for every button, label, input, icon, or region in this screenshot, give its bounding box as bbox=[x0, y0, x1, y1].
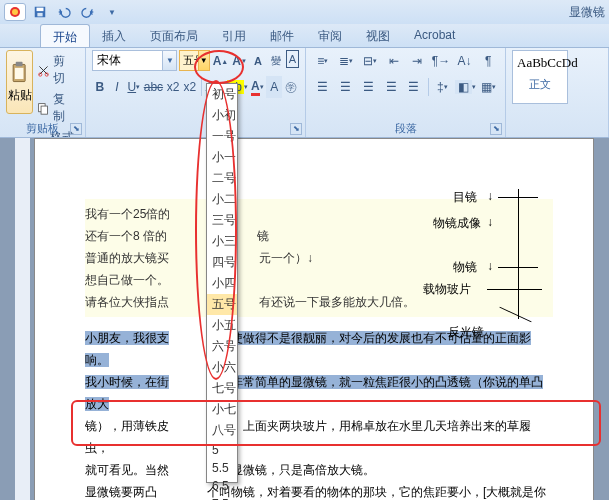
align-left-button[interactable]: ☰ bbox=[312, 76, 334, 98]
vertical-ruler bbox=[15, 138, 30, 500]
chevron-down-icon[interactable]: ▼ bbox=[162, 51, 176, 70]
show-marks-button[interactable]: ¶ bbox=[477, 50, 499, 72]
borders-button[interactable]: ▦▾ bbox=[477, 76, 499, 98]
font-size-option[interactable]: 小六 bbox=[207, 357, 237, 378]
group-font: 宋体 ▼ 五号 ▼ A▲ A▼ A 變 A B I U▾ abc x2 x2 A… bbox=[86, 48, 306, 137]
italic-button[interactable]: I bbox=[109, 76, 125, 98]
distribute-button[interactable]: ☰ bbox=[403, 76, 425, 98]
superscript-button[interactable]: x2 bbox=[182, 76, 198, 98]
svg-rect-7 bbox=[14, 67, 23, 78]
qat-save-icon[interactable] bbox=[29, 3, 51, 21]
font-size-option[interactable]: 小七 bbox=[207, 399, 237, 420]
group-paragraph: ≡▾ ≣▾ ⊟▾ ⇤ ⇥ ¶→ A↓ ¶ ☰ ☰ ☰ ☰ ☰ ‡▾ ◧▾ ▦▾ … bbox=[306, 48, 506, 137]
title-text: 显微镜 bbox=[569, 4, 605, 21]
enclose-char-button[interactable]: ㊫ bbox=[283, 76, 299, 98]
shrink-font-button[interactable]: A▼ bbox=[231, 50, 248, 72]
paragraph-launcher-icon[interactable]: ⬊ bbox=[490, 123, 502, 135]
font-color-button[interactable]: A▾ bbox=[249, 76, 265, 98]
char-shading-button[interactable]: A bbox=[266, 76, 282, 98]
group-styles: AaBbCcDd 正文 bbox=[506, 48, 609, 137]
ribbon-tabs: 开始 插入 页面布局 引用 邮件 审阅 视图 Acrobat bbox=[0, 24, 609, 48]
svg-rect-3 bbox=[37, 8, 44, 12]
svg-rect-4 bbox=[37, 13, 42, 17]
font-size-option[interactable]: 八号 bbox=[207, 420, 237, 441]
tab-home[interactable]: 开始 bbox=[40, 24, 90, 47]
multilevel-button[interactable]: ⊟▾ bbox=[359, 50, 381, 72]
increase-indent-button[interactable]: ⇥ bbox=[407, 50, 429, 72]
svg-point-1 bbox=[12, 9, 18, 15]
font-size-option[interactable]: 5 bbox=[207, 441, 237, 459]
font-size-option[interactable]: 小一 bbox=[207, 147, 237, 168]
font-size-option[interactable]: 五号 bbox=[207, 294, 237, 315]
office-button[interactable] bbox=[4, 3, 26, 21]
line-spacing-button[interactable]: ‡▾ bbox=[432, 76, 454, 98]
paste-button[interactable]: 粘贴 bbox=[6, 50, 33, 114]
page-content[interactable]: 我有一个25倍的 还有一个8 倍的镜 普通的放大镜买元一个）↓ 想自己做一个。 … bbox=[35, 139, 593, 500]
font-size-option[interactable]: 初号 bbox=[207, 84, 237, 105]
char-border-button[interactable]: A bbox=[286, 50, 299, 68]
font-size-option[interactable]: 四号 bbox=[207, 252, 237, 273]
paste-label: 粘贴 bbox=[8, 87, 32, 104]
tab-references[interactable]: 引用 bbox=[210, 24, 258, 47]
font-size-option[interactable]: 小五 bbox=[207, 315, 237, 336]
clear-format-button[interactable]: A bbox=[250, 50, 266, 72]
style-sample: AaBbCcDd bbox=[517, 55, 563, 71]
grow-font-button[interactable]: A▲ bbox=[212, 50, 230, 72]
style-name: 正文 bbox=[517, 77, 563, 92]
underline-button[interactable]: U▾ bbox=[126, 76, 142, 98]
tab-layout[interactable]: 页面布局 bbox=[138, 24, 210, 47]
decrease-indent-button[interactable]: ⇤ bbox=[383, 50, 405, 72]
page: 我有一个25倍的 还有一个8 倍的镜 普通的放大镜买元一个）↓ 想自己做一个。 … bbox=[34, 138, 594, 500]
subscript-button[interactable]: x2 bbox=[165, 76, 181, 98]
font-size-option[interactable]: 小初 bbox=[207, 105, 237, 126]
phonetic-button[interactable]: 變 bbox=[268, 50, 284, 72]
align-center-button[interactable]: ☰ bbox=[335, 76, 357, 98]
font-name-value: 宋体 bbox=[97, 52, 121, 69]
document-viewport: 我有一个25倍的 还有一个8 倍的镜 普通的放大镜买元一个）↓ 想自己做一个。 … bbox=[0, 138, 609, 500]
font-size-option[interactable]: 5.5 bbox=[207, 459, 237, 477]
font-size-option[interactable]: 小四 bbox=[207, 273, 237, 294]
font-name-combo[interactable]: 宋体 ▼ bbox=[92, 50, 177, 71]
font-size-option[interactable]: 三号 bbox=[207, 210, 237, 231]
shading-button[interactable]: ◧▾ bbox=[454, 76, 476, 98]
title-bar: ▼ 显微镜 bbox=[0, 0, 609, 24]
font-size-option[interactable]: 小三 bbox=[207, 231, 237, 252]
font-size-combo[interactable]: 五号 ▼ bbox=[179, 50, 209, 71]
svg-rect-6 bbox=[15, 61, 22, 65]
font-size-option[interactable]: 六号 bbox=[207, 336, 237, 357]
font-size-option[interactable]: 七号 bbox=[207, 378, 237, 399]
sort-button[interactable]: A↓ bbox=[454, 50, 476, 72]
font-size-option[interactable]: 7.5 bbox=[207, 495, 237, 500]
tab-review[interactable]: 审阅 bbox=[306, 24, 354, 47]
font-size-option[interactable]: 小二 bbox=[207, 189, 237, 210]
qat-customize-icon[interactable]: ▼ bbox=[101, 3, 123, 21]
qat-redo-icon[interactable] bbox=[77, 3, 99, 21]
justify-button[interactable]: ☰ bbox=[380, 76, 402, 98]
strike-button[interactable]: abc bbox=[143, 76, 164, 98]
ltr-button[interactable]: ¶→ bbox=[430, 50, 452, 72]
font-size-option[interactable]: 二号 bbox=[207, 168, 237, 189]
numbering-button[interactable]: ≣▾ bbox=[336, 50, 358, 72]
font-size-option[interactable]: 一号 bbox=[207, 126, 237, 147]
cut-button[interactable]: 剪切 bbox=[35, 52, 79, 88]
align-right-button[interactable]: ☰ bbox=[357, 76, 379, 98]
style-normal[interactable]: AaBbCcDd 正文 bbox=[512, 50, 568, 104]
bullets-button[interactable]: ≡▾ bbox=[312, 50, 334, 72]
tab-view[interactable]: 视图 bbox=[354, 24, 402, 47]
clipboard-launcher-icon[interactable]: ⬊ bbox=[70, 123, 82, 135]
qat-undo-icon[interactable] bbox=[53, 3, 75, 21]
tab-acrobat[interactable]: Acrobat bbox=[402, 24, 467, 47]
ribbon: 粘贴 剪切 复制 格式刷 剪贴板 ⬊ 宋体 ▼ 五号 ▼ A▲ A▼ A 變 A bbox=[0, 48, 609, 138]
tab-mailings[interactable]: 邮件 bbox=[258, 24, 306, 47]
font-size-option[interactable]: 6.5 bbox=[207, 477, 237, 495]
paragraph-group-label: 段落 bbox=[306, 121, 505, 136]
tab-insert[interactable]: 插入 bbox=[90, 24, 138, 47]
group-clipboard: 粘贴 剪切 复制 格式刷 剪贴板 ⬊ bbox=[0, 48, 86, 137]
font-size-dropdown[interactable]: 初号小初一号小一二号小二三号小三四号小四五号小五六号小六七号小七八号55.56.… bbox=[206, 83, 238, 483]
svg-rect-11 bbox=[41, 106, 47, 114]
font-launcher-icon[interactable]: ⬊ bbox=[290, 123, 302, 135]
chevron-down-icon[interactable]: ▼ bbox=[198, 51, 209, 70]
bold-button[interactable]: B bbox=[92, 76, 108, 98]
